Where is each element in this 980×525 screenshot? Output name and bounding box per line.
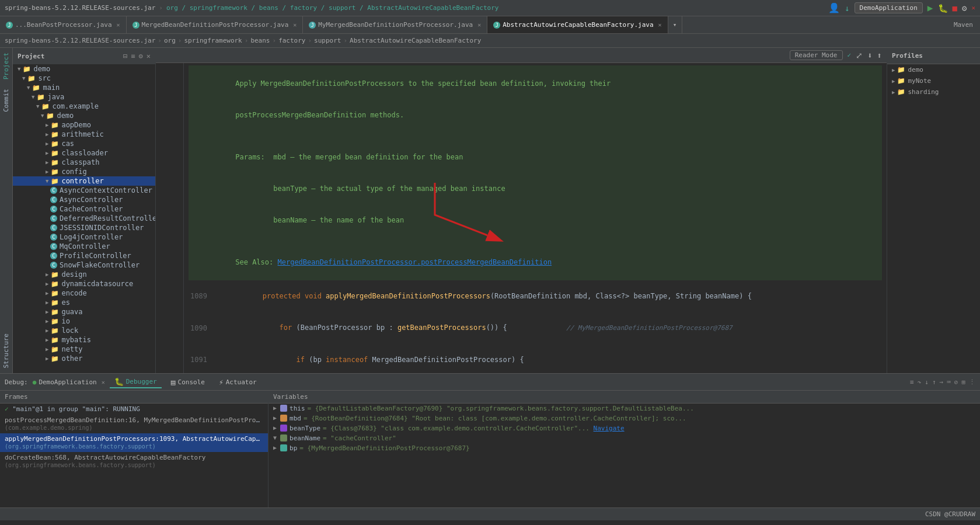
tree-item-config[interactable]: ▶ 📁 config bbox=[13, 167, 155, 176]
tree-item-java[interactable]: ▼ 📁 java bbox=[13, 92, 155, 102]
tree-item-dynamic[interactable]: ▶ 📁 dynamicdatasource bbox=[13, 279, 155, 288]
tree-item-guava[interactable]: ▶ 📁 guava bbox=[13, 307, 155, 317]
var-item-this[interactable]: ▶ this = {DefaultListableBeanFactory@769… bbox=[268, 404, 980, 413]
close-icon[interactable]: ✕ bbox=[971, 4, 975, 12]
debug-step-out-icon[interactable]: ↑ bbox=[932, 378, 936, 386]
tree-item-es[interactable]: ▶ 📁 es bbox=[13, 298, 155, 307]
stop-button[interactable]: ■ bbox=[953, 4, 957, 13]
var-item-mbd[interactable]: ▶ mbd = {RootBeanDefinition@7684} "Root … bbox=[268, 413, 980, 423]
toolbar-icon-1[interactable]: ⤢ bbox=[856, 51, 863, 60]
debug-settings-icon[interactable]: ≡ bbox=[910, 378, 914, 386]
tree-item-deferred-ctrl[interactable]: C DeferredResultController bbox=[13, 214, 155, 223]
chevron-icon: ▶ bbox=[46, 272, 48, 277]
folder-icon: 📁 bbox=[51, 178, 59, 185]
app-name[interactable]: DemoApplication bbox=[855, 2, 923, 13]
debug-mute-icon[interactable]: ⊘ bbox=[954, 378, 958, 386]
debug-app-close[interactable]: ✕ bbox=[102, 379, 105, 385]
debug-settings2-icon[interactable]: ⋮ bbox=[969, 378, 975, 386]
commit-panel-icon[interactable]: Commit bbox=[0, 86, 12, 114]
toolbar-icon-3[interactable]: ⬆ bbox=[877, 51, 882, 60]
actuator-tab[interactable]: ⚡ Actuator bbox=[214, 377, 261, 388]
debug-step-over-icon[interactable]: ↷ bbox=[918, 378, 922, 386]
frame-item-apply-merged[interactable]: applyMergedBeanDefinitionPostProcessors:… bbox=[0, 433, 268, 452]
tree-item-classloader[interactable]: ▶ 📁 classloader bbox=[13, 148, 155, 158]
project-panel-icon[interactable]: Project bbox=[0, 50, 12, 82]
reader-mode-button[interactable]: Reader Mode bbox=[790, 50, 843, 60]
tree-item-encode[interactable]: ▶ 📁 encode bbox=[13, 288, 155, 298]
debug-button[interactable]: 🐛 bbox=[938, 4, 948, 13]
tab-abstract-autowire[interactable]: J AbstractAutowireCapableBeanFactory.jav… bbox=[487, 16, 668, 33]
code-content[interactable]: Apply MergedBeanDefinitionPostProcessors… bbox=[184, 63, 887, 373]
java-class-icon: C bbox=[50, 187, 57, 194]
frames-header: Frames bbox=[0, 391, 268, 404]
frame-item-do-create[interactable]: doCreateBean:568, AbstractAutowireCapabl… bbox=[0, 452, 268, 471]
tree-item-demo-root[interactable]: ▼ 📁 demo bbox=[13, 64, 155, 74]
toolbar-icon-2[interactable]: ⬇ bbox=[867, 51, 872, 60]
tree-item-src[interactable]: ▼ 📁 src bbox=[13, 74, 155, 83]
tree-item-controller[interactable]: ▼ 📁 controller bbox=[13, 176, 155, 186]
var-item-bean-type[interactable]: ▶ beanType = {Class@7683} "class com.exa… bbox=[268, 423, 980, 433]
tab-close-icon[interactable]: ✕ bbox=[477, 22, 481, 28]
right-panel-item-demo[interactable]: ▶ 📁 demo bbox=[887, 64, 980, 75]
chevron-icon: ▶ bbox=[46, 281, 48, 287]
tree-item-main[interactable]: ▼ 📁 main bbox=[13, 83, 155, 92]
tree-item-classpath[interactable]: ▶ 📁 classpath bbox=[13, 158, 155, 167]
status-right: CSDN @CRUDRAW bbox=[925, 510, 975, 518]
tree-item-aopdemo[interactable]: ▶ 📁 aopDemo bbox=[13, 120, 155, 130]
debug-table-icon[interactable]: ⊞ bbox=[961, 378, 965, 386]
tree-item-mybatis[interactable]: ▶ 📁 mybatis bbox=[13, 335, 155, 345]
run-button[interactable]: ▶ bbox=[927, 2, 933, 13]
tree-item-design[interactable]: ▶ 📁 design bbox=[13, 270, 155, 279]
tree-item-demo[interactable]: ▼ 📁 demo bbox=[13, 111, 155, 120]
tab-merged-bean[interactable]: J MergedBeanDefinitionPostProcessor.java… bbox=[127, 16, 304, 33]
debugger-tab[interactable]: 🐛 Debugger bbox=[110, 376, 162, 388]
tree-item-netty[interactable]: ▶ 📁 netty bbox=[13, 345, 155, 354]
tab-close-icon[interactable]: ✕ bbox=[658, 22, 662, 28]
frame-item-post-process[interactable]: postProcessMergedBeanDefinition:16, MyMe… bbox=[0, 415, 268, 433]
tree-item-arithmetic[interactable]: ▶ 📁 arithmetic bbox=[13, 130, 155, 139]
close-sidebar-icon[interactable]: ✕ bbox=[147, 52, 151, 60]
tree-item-lock[interactable]: ▶ 📁 lock bbox=[13, 326, 155, 335]
tree-item-other[interactable]: ▶ 📁 other bbox=[13, 354, 155, 363]
expand-icon[interactable]: ≡ bbox=[131, 52, 135, 60]
chevron-icon: ▼ bbox=[46, 178, 48, 184]
tree-item-io[interactable]: ▶ 📁 io bbox=[13, 317, 155, 326]
structure-panel-icon[interactable]: Structure bbox=[0, 331, 12, 371]
collapse-all-icon[interactable]: ⊟ bbox=[123, 52, 127, 60]
tree-item-jsession-ctrl[interactable]: C JSESSIONIDController bbox=[13, 223, 155, 232]
var-item-bp[interactable]: ▶ bp = {MyMergedBeanDefinitionPostProces… bbox=[268, 443, 980, 453]
tab-close-icon[interactable]: ✕ bbox=[117, 22, 120, 28]
settings-icon[interactable]: ⚙ bbox=[962, 4, 967, 13]
tab-my-merged-bean[interactable]: J MyMergedBeanDefinitionPostProcessor.ja… bbox=[303, 16, 487, 33]
debug-run-to-icon[interactable]: → bbox=[940, 378, 944, 386]
tree-item-cache-ctrl[interactable]: C CacheController bbox=[13, 204, 155, 214]
tree-item-async-ctrl[interactable]: C AsyncController bbox=[13, 195, 155, 204]
tree-item-com-example[interactable]: ▼ 📁 com.example bbox=[13, 102, 155, 111]
java-class-icon: C bbox=[50, 243, 57, 250]
more-tabs-button[interactable]: ▾ bbox=[668, 16, 682, 33]
tree-item-log4j-ctrl[interactable]: C Log4jController bbox=[13, 232, 155, 242]
tree-item-profile-ctrl[interactable]: C ProfileController bbox=[13, 251, 155, 260]
var-type-icon bbox=[280, 425, 287, 432]
maven-tab[interactable]: Maven bbox=[947, 16, 980, 33]
debug-step-into-icon[interactable]: ↓ bbox=[925, 378, 929, 386]
tree-item-mq-ctrl[interactable]: C MqController bbox=[13, 242, 155, 251]
tree-item-async-context[interactable]: C AsyncContextController bbox=[13, 186, 155, 195]
console-tab[interactable]: ▤ Console bbox=[166, 377, 210, 388]
java-file-icon: J bbox=[309, 22, 316, 29]
debug-app-name[interactable]: DemoApplication bbox=[39, 378, 96, 386]
folder-icon: 📁 bbox=[51, 327, 59, 335]
right-panel-item-sharding[interactable]: ▶ 📁 sharding bbox=[887, 86, 980, 98]
tab-bean-post-processor[interactable]: J ...BeanPostProcessor.java ✕ bbox=[0, 16, 127, 33]
debug-evaluate-icon[interactable]: ⌨ bbox=[947, 378, 951, 386]
settings-icon[interactable]: ⚙ bbox=[139, 52, 143, 60]
var-expand-icon: ▶ bbox=[273, 444, 277, 451]
chevron-icon: ▼ bbox=[22, 75, 25, 81]
tab-close-icon[interactable]: ✕ bbox=[293, 22, 297, 28]
tree-item-cas[interactable]: ▶ 📁 cas bbox=[13, 139, 155, 148]
chevron-icon: ▶ bbox=[46, 290, 48, 296]
running-thread-item[interactable]: ✓ "main"@1 in group "main": RUNNING bbox=[0, 404, 268, 415]
right-panel-item-mynote[interactable]: ▶ 📁 myNote bbox=[887, 75, 980, 86]
tree-item-snowflake-ctrl[interactable]: C SnowFlakeController bbox=[13, 260, 155, 270]
var-item-bean-name[interactable]: ▼ beanName = "cacheController" bbox=[268, 433, 980, 443]
